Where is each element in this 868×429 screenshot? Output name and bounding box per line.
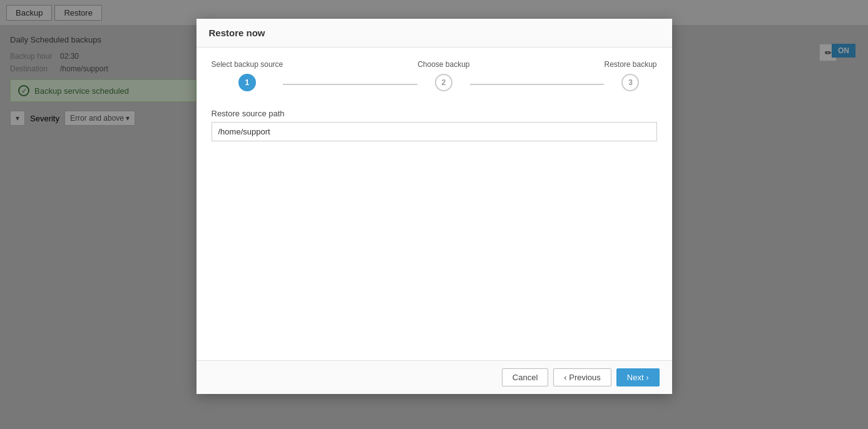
modal-body: Select backup source 1 Choose backup 2 R… xyxy=(197,48,672,360)
previous-button[interactable]: ‹ Previous xyxy=(553,368,611,386)
step1-number: 1 xyxy=(245,78,250,87)
source-path-label: Restore source path xyxy=(212,109,657,118)
step3-circle: 3 xyxy=(621,74,639,91)
modal-header: Restore now xyxy=(197,19,672,48)
step3-label: Restore backup xyxy=(604,60,656,69)
step3-number: 3 xyxy=(628,78,633,87)
next-button[interactable]: Next › xyxy=(616,368,660,386)
source-path-input[interactable] xyxy=(212,122,657,141)
step1-circle: 1 xyxy=(238,74,256,91)
restore-modal: Restore now Select backup source 1 Choos… xyxy=(197,19,672,394)
step-2: Choose backup 2 xyxy=(417,60,469,91)
step1-label: Select backup source xyxy=(212,60,283,69)
step-connector-1 xyxy=(283,84,417,85)
modal-title: Restore now xyxy=(209,28,265,38)
modal-footer: Cancel ‹ Previous Next › xyxy=(197,360,672,394)
step2-label: Choose backup xyxy=(417,60,469,69)
step-connector-2 xyxy=(470,84,605,85)
cancel-button[interactable]: Cancel xyxy=(502,368,548,386)
stepper: Select backup source 1 Choose backup 2 R… xyxy=(212,60,657,91)
step2-number: 2 xyxy=(442,78,446,87)
step-1: Select backup source 1 xyxy=(212,60,283,91)
step-3: Restore backup 3 xyxy=(604,60,656,91)
form-group: Restore source path xyxy=(212,109,657,141)
step2-circle: 2 xyxy=(435,74,452,91)
